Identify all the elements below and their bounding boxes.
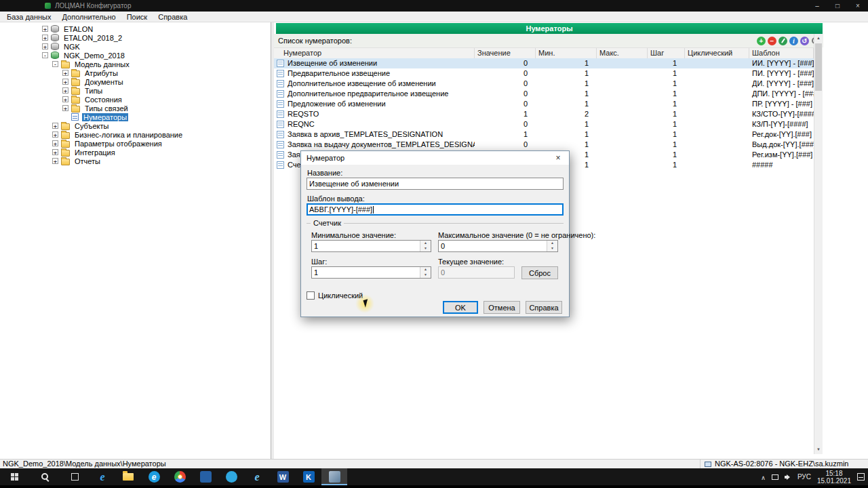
tree-expander-icon[interactable]: + — [62, 96, 68, 102]
table-row[interactable]: Извещение об изменении011ИИ. [YYYY] - [#… — [274, 58, 814, 68]
menu-item-search[interactable]: Поиск — [121, 13, 153, 21]
spin-up-icon[interactable] — [420, 241, 431, 246]
scroll-up-icon[interactable] — [814, 34, 823, 43]
tree-expander-icon[interactable]: - — [52, 61, 58, 67]
column-header[interactable]: Нумератор — [274, 48, 475, 58]
table-row[interactable]: Предложение об изменении011ПР. [YYYY] - … — [274, 99, 814, 109]
tree-expander-icon[interactable]: + — [52, 149, 58, 155]
language-indicator[interactable]: РУС — [797, 473, 811, 481]
tray-chevron-icon[interactable] — [761, 473, 766, 481]
table-row[interactable]: Предварительное извещение011ПИ. [YYYY] -… — [274, 68, 814, 79]
info-button[interactable]: i — [789, 37, 798, 45]
tree-expander-icon[interactable]: + — [42, 26, 48, 32]
ok-button[interactable]: OK — [443, 301, 478, 314]
template-input[interactable]: АБВГ.[YYYY]-[###] — [307, 203, 564, 216]
taskbar-clock[interactable]: 15:18 15.01.2021 — [817, 470, 851, 485]
taskbar-app-ie[interactable]: e — [90, 468, 115, 485]
tree-expander-icon[interactable]: + — [42, 43, 48, 49]
start-button[interactable] — [0, 468, 30, 485]
tree-item[interactable]: +Типы — [0, 86, 271, 95]
tree-item[interactable]: +Субъекты — [0, 121, 271, 130]
delete-button[interactable]: − — [768, 37, 776, 45]
spin-down-icon[interactable] — [547, 246, 557, 251]
checkbox-box[interactable] — [307, 291, 315, 300]
taskbar-search-button[interactable] — [30, 468, 60, 485]
volume-icon[interactable] — [785, 474, 791, 481]
tree-expander-icon[interactable]: + — [62, 105, 68, 111]
menu-item-help[interactable]: Справка — [153, 13, 193, 21]
column-header[interactable]: Значение — [475, 48, 536, 58]
taskbar-app-edge[interactable]: e — [141, 468, 167, 485]
vertical-scrollbar[interactable] — [814, 34, 823, 454]
tree-item[interactable]: +Состояния — [0, 95, 271, 104]
task-view-button[interactable] — [60, 468, 90, 485]
taskbar-app-blue-2[interactable] — [218, 468, 244, 485]
column-header[interactable]: Шаг — [648, 48, 685, 58]
add-button[interactable]: + — [757, 37, 766, 45]
taskbar-app-chrome[interactable] — [167, 468, 193, 485]
spin-down-icon[interactable] — [420, 272, 431, 278]
cancel-button[interactable]: Отмена — [484, 301, 520, 314]
tree-expander-icon[interactable]: + — [52, 140, 58, 146]
tree-item[interactable]: +ETALON_2018_2 — [0, 33, 271, 42]
tree-item[interactable]: +Отчеты — [0, 157, 271, 165]
taskbar-app-ie-2[interactable]: e — [244, 468, 270, 485]
table-row[interactable]: Дополнительное предварительное извещение… — [274, 89, 814, 99]
scroll-down-icon[interactable] — [814, 445, 823, 454]
tree-expander-icon[interactable]: + — [42, 35, 48, 41]
taskbar-app-lotsman[interactable] — [321, 468, 347, 485]
tree-expander-icon[interactable]: + — [52, 131, 58, 138]
action-center-icon[interactable] — [857, 473, 865, 481]
table-row[interactable]: REQSTO121КЗ/СТО-[YY]-[####] — [274, 109, 814, 119]
spin-down-icon[interactable] — [420, 246, 431, 251]
tree-item[interactable]: +Интеграция — [0, 148, 271, 157]
column-header[interactable]: Мин. — [536, 48, 597, 58]
column-header[interactable]: Шаблон — [749, 48, 814, 58]
network-icon[interactable] — [772, 474, 778, 480]
reset-button[interactable]: Сброс — [521, 266, 558, 279]
maximize-icon[interactable]: □ — [827, 0, 848, 12]
tree-item[interactable]: +NGK — [0, 42, 271, 51]
tree-item[interactable]: +Бизнес-логика и планирование — [0, 130, 271, 139]
spin-up-icon[interactable] — [420, 267, 431, 272]
tree-item[interactable]: Нумераторы — [0, 113, 271, 121]
max-value-spinner[interactable]: 0 — [438, 240, 558, 252]
step-spinner[interactable]: 1 — [311, 266, 431, 279]
close-icon[interactable]: × — [848, 0, 868, 12]
taskbar-app-kompas[interactable]: K — [296, 468, 321, 485]
tree-expander-icon[interactable]: + — [62, 87, 68, 94]
menu-item-extra[interactable]: Дополнительно — [57, 13, 121, 21]
tree-expander-icon[interactable]: + — [52, 123, 58, 129]
scroll-thumb[interactable] — [815, 43, 822, 91]
minimize-icon[interactable]: – — [807, 0, 827, 12]
taskbar-app-word[interactable]: W — [270, 468, 296, 485]
taskbar-app-file-explorer[interactable] — [115, 468, 141, 485]
tree-item[interactable]: +Атрибуты — [0, 68, 271, 77]
table-row[interactable]: Заявка в архив_TEMPLATES_DESIGNATION111Р… — [274, 129, 814, 140]
help-button[interactable]: Справка — [526, 301, 562, 314]
tree-expander-icon[interactable]: + — [62, 79, 68, 85]
tree-expander-icon[interactable]: - — [42, 52, 48, 58]
min-value-spinner[interactable]: 1 — [311, 240, 431, 252]
tree-item[interactable]: -NGK_Demo_2018 — [0, 51, 271, 60]
table-row[interactable]: REQNC011КЗ/П-[YY]-[####] — [274, 119, 814, 129]
column-header[interactable]: Макс. — [597, 48, 648, 58]
tree-item[interactable]: +ETALON — [0, 24, 271, 33]
tree-item[interactable]: +Параметры отображения — [0, 139, 271, 148]
tree-expander-icon[interactable]: + — [52, 158, 58, 164]
tree-item[interactable]: -Модель данных — [0, 60, 271, 68]
menu-item-database[interactable]: База данных — [1, 13, 57, 21]
column-header[interactable]: Циклический — [685, 48, 749, 58]
refresh-button[interactable]: ↺ — [800, 37, 809, 45]
taskbar-app-blue-1[interactable] — [193, 468, 218, 485]
name-input[interactable]: Извещение об изменении — [307, 178, 564, 190]
dialog-close-icon[interactable]: × — [547, 151, 569, 165]
edit-button[interactable] — [778, 37, 787, 45]
table-row[interactable]: Дополнительное извещение об изменении011… — [274, 79, 814, 89]
spin-up-icon[interactable] — [547, 241, 557, 246]
cyclic-checkbox[interactable]: Циклический — [307, 291, 363, 300]
tree-expander-icon[interactable]: + — [62, 70, 68, 76]
tree-item[interactable]: +Типы связей — [0, 104, 271, 113]
tree-item[interactable]: +Документы — [0, 77, 271, 86]
table-row[interactable]: Заявка на выдачу документов_TEMPLATES_DE… — [274, 140, 814, 150]
